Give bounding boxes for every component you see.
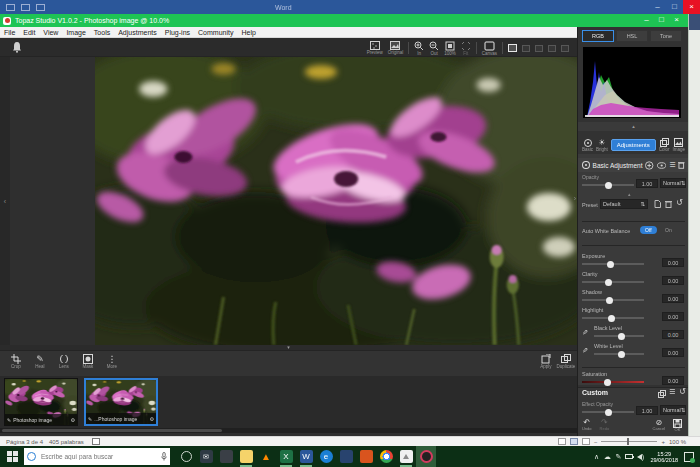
- histogram-collapse-bar[interactable]: ▴: [578, 122, 689, 131]
- delete-preset-icon[interactable]: [665, 200, 672, 208]
- spellcheck-icon[interactable]: [92, 438, 100, 445]
- notification-bell-icon[interactable]: [12, 41, 22, 53]
- taskbar-edge[interactable]: e: [316, 446, 336, 467]
- zoom-in-button[interactable]: In: [414, 41, 424, 56]
- microphone-icon[interactable]: [161, 452, 167, 461]
- shadow-value[interactable]: 0.00: [662, 294, 684, 303]
- cancel-button[interactable]: ⊘ Cancel: [653, 419, 665, 432]
- right-panel-collapse-handle[interactable]: ›: [574, 195, 576, 202]
- exposure-value[interactable]: 0.00: [662, 258, 684, 267]
- histogram-tab-hsl[interactable]: HSL: [616, 30, 648, 42]
- action-center-icon[interactable]: [684, 452, 694, 462]
- highlight-slider[interactable]: [582, 317, 644, 319]
- crop-tool-button[interactable]: Crop: [6, 354, 26, 369]
- saturation-value[interactable]: 0.00: [662, 376, 684, 385]
- black-level-eyedropper-icon[interactable]: ✎: [582, 329, 588, 337]
- zoom-in-control[interactable]: +: [661, 439, 665, 445]
- tab-basic[interactable]: Basic: [582, 139, 593, 152]
- left-panel-collapse-handle[interactable]: ‹: [0, 57, 10, 345]
- print-layout-icon[interactable]: [570, 438, 578, 445]
- effect-opacity-slider[interactable]: [582, 411, 634, 413]
- word-word-count[interactable]: 405 palabras: [49, 439, 84, 445]
- taskbar-cortana-circle[interactable]: [176, 446, 196, 467]
- opacity-slider[interactable]: [582, 184, 634, 186]
- undo-icon[interactable]: [21, 4, 30, 11]
- preset-select[interactable]: Default⇅: [600, 199, 648, 209]
- mask-tool-button[interactable]: Mask: [78, 354, 98, 369]
- web-layout-icon[interactable]: [582, 438, 590, 445]
- white-level-eyedropper-icon[interactable]: ✎: [582, 347, 588, 355]
- taskbar-clock[interactable]: 15:29 29/06/2018: [650, 451, 678, 463]
- exposure-slider[interactable]: [582, 263, 644, 265]
- redo-icon[interactable]: [36, 4, 45, 11]
- highlight-value[interactable]: 0.00: [662, 312, 684, 321]
- black-level-value[interactable]: 0.00: [662, 330, 684, 339]
- word-page-indicator[interactable]: Página 3 de 4: [6, 439, 43, 445]
- add-adjustment-icon[interactable]: [645, 161, 653, 170]
- slider-thumb[interactable]: [606, 297, 613, 304]
- white-level-value[interactable]: 0.00: [662, 348, 684, 357]
- gear-icon[interactable]: ⚙: [71, 417, 75, 423]
- view-split-horizontal-button[interactable]: [522, 45, 530, 52]
- canvas-button[interactable]: Canvas: [482, 41, 497, 56]
- topaz-close-button[interactable]: ×: [669, 14, 684, 27]
- awb-on-toggle[interactable]: On: [660, 226, 677, 234]
- shadow-slider[interactable]: [582, 299, 644, 301]
- reset-icon[interactable]: ↺: [679, 387, 686, 396]
- preview-button[interactable]: Preview: [367, 41, 383, 55]
- search-input[interactable]: [39, 452, 158, 461]
- menu-plugins[interactable]: Plug-ins: [161, 29, 194, 36]
- read-mode-icon[interactable]: [558, 438, 566, 445]
- word-maximize-button[interactable]: □: [666, 0, 683, 14]
- slider-thumb[interactable]: [618, 351, 625, 358]
- histogram-tab-tone[interactable]: Tone: [650, 30, 682, 42]
- zoom-100-button[interactable]: 100%: [444, 41, 456, 56]
- view-split-vertical-button[interactable]: [535, 45, 543, 52]
- white-level-slider[interactable]: [594, 353, 644, 355]
- taskbar-vlc[interactable]: ▲: [256, 446, 276, 467]
- reset-preset-icon[interactable]: ↺: [676, 198, 683, 207]
- list-icon[interactable]: ☰: [669, 388, 675, 396]
- menu-tools[interactable]: Tools: [90, 29, 114, 36]
- tab-adjustments-active[interactable]: Adjustments: [611, 139, 656, 151]
- word-zoom-level[interactable]: 100 %: [669, 439, 686, 445]
- slider-thumb[interactable]: [608, 315, 615, 322]
- more-tools-button[interactable]: ⋮ More: [102, 354, 122, 369]
- apply-button[interactable]: Apply: [536, 354, 556, 369]
- ok-button[interactable]: OK: [673, 419, 682, 432]
- save-preset-icon[interactable]: [654, 200, 661, 208]
- trash-icon[interactable]: [678, 161, 685, 169]
- view-single-button[interactable]: [508, 44, 517, 52]
- view-top-bottom-button[interactable]: [561, 45, 569, 52]
- save-icon[interactable]: [6, 4, 15, 11]
- gear-icon[interactable]: ⚙: [150, 416, 154, 422]
- tab-image[interactable]: Image: [672, 138, 685, 152]
- menu-file[interactable]: File: [0, 29, 19, 36]
- taskbar-mail[interactable]: ✉: [196, 446, 216, 467]
- original-button[interactable]: Original: [388, 41, 404, 55]
- redo-button[interactable]: ↷ Redo: [600, 419, 610, 431]
- clarity-slider[interactable]: [582, 281, 644, 283]
- tab-bright[interactable]: ☀ Bright: [596, 139, 608, 152]
- stack-icon[interactable]: [658, 390, 666, 398]
- slider-thumb[interactable]: [605, 409, 612, 416]
- taskbar-search[interactable]: [24, 448, 170, 465]
- taskbar-excel[interactable]: X: [276, 446, 296, 467]
- visibility-eye-icon[interactable]: [657, 162, 666, 169]
- tab-color[interactable]: Color: [659, 138, 670, 152]
- menu-adjustments[interactable]: Adjustments: [114, 29, 161, 36]
- taskbar-photos[interactable]: [396, 446, 416, 467]
- slider-thumb[interactable]: [618, 333, 625, 340]
- histogram-tab-rgb[interactable]: RGB: [582, 30, 614, 42]
- word-minimize-button[interactable]: –: [649, 0, 666, 14]
- basic-adjustment-header[interactable]: Basic Adjustment ☰: [578, 158, 689, 172]
- menu-community[interactable]: Community: [194, 29, 237, 36]
- onedrive-cloud-icon[interactable]: ☁: [603, 453, 611, 461]
- slider-thumb[interactable]: [605, 182, 612, 189]
- menu-image[interactable]: Image: [62, 29, 89, 36]
- pen-icon[interactable]: ✎: [614, 453, 622, 461]
- word-zoom-slider[interactable]: [601, 441, 657, 442]
- zoom-slider-thumb[interactable]: [627, 438, 629, 445]
- taskbar-topaz-active[interactable]: [416, 446, 436, 467]
- saturation-slider[interactable]: [582, 381, 644, 383]
